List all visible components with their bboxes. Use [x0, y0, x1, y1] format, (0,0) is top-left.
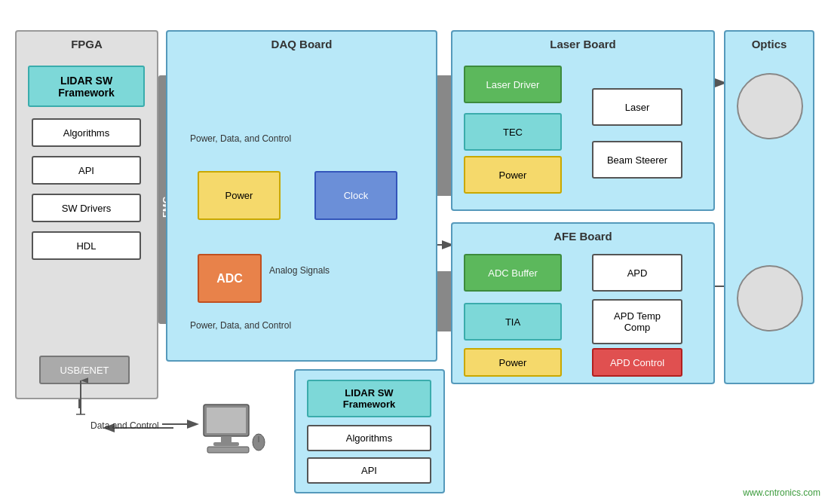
optics-board: Optics — [724, 30, 814, 384]
sw-drivers-box: SW Drivers — [32, 194, 141, 222]
apd-temp-comp-box: APD Temp Comp — [592, 299, 682, 344]
fpga-label: FPGA — [71, 38, 103, 50]
afe-board: AFE Board ADC Buffer APD TIA APD Temp Co… — [451, 222, 715, 384]
api-box: API — [32, 156, 141, 185]
laser-board-label: Laser Board — [550, 38, 616, 50]
optics-circle-top — [737, 73, 803, 139]
svg-rect-14 — [213, 442, 239, 446]
laser-board: Laser Board Laser Driver TEC Power Laser… — [451, 30, 715, 211]
clock-box: Clock — [314, 171, 397, 220]
algorithms-box: Algorithms — [32, 118, 141, 147]
lidar-sw-fw2-board: LIDAR SWFramework Algorithms API — [294, 369, 445, 493]
analog-signals-label: Analog Signals — [269, 265, 330, 276]
power-data-control-bottom-label: Power, Data, and Control — [190, 320, 291, 331]
watermark: www.cntronics.com — [743, 487, 820, 498]
adc-box: ADC — [198, 254, 262, 303]
laser-driver-box: Laser Driver — [464, 66, 562, 103]
algorithms2-box: Algorithms — [307, 425, 431, 451]
beam-steerer-box: Beam Steerer — [592, 141, 682, 179]
diagram-container: FMC FPGA LIDAR SW Framework Algorithms A… — [0, 0, 828, 504]
power-daq-box: Power — [198, 171, 281, 220]
fpga-board: FPGA LIDAR SW Framework Algorithms API S… — [15, 30, 158, 399]
lidar-sw-fw2-box: LIDAR SWFramework — [307, 380, 431, 417]
computer-icon — [200, 403, 268, 456]
optics-label: Optics — [752, 38, 787, 50]
tia-box: TIA — [464, 303, 562, 341]
afe-board-label: AFE Board — [554, 230, 612, 243]
svg-rect-13 — [221, 436, 232, 442]
optics-circle-bottom — [737, 265, 803, 331]
power-afe-box: Power — [464, 348, 562, 377]
apd-control-box: APD Control — [592, 348, 682, 377]
adc-buffer-box: ADC Buffer — [464, 254, 562, 292]
tec-box: TEC — [464, 113, 562, 151]
daq-label: DAQ Board — [271, 38, 333, 50]
lidar-sw-framework-box: LIDAR SW Framework — [28, 66, 145, 107]
laser-box: Laser — [592, 88, 682, 126]
data-control-arrow — [162, 417, 204, 432]
hdl-box: HDL — [32, 231, 141, 260]
daq-board: DAQ Board Power, Data, and Control Power… — [166, 30, 437, 362]
data-and-control-label: Data and Control — [90, 420, 159, 431]
power-data-control-top-label: Power, Data, and Control — [190, 133, 291, 144]
svg-rect-12 — [207, 408, 246, 433]
api2-box: API — [307, 457, 431, 484]
apd-box: APD — [592, 254, 682, 292]
power-laser-box: Power — [464, 156, 562, 194]
svg-rect-17 — [207, 447, 249, 453]
usb-up-arrow — [73, 377, 88, 418]
